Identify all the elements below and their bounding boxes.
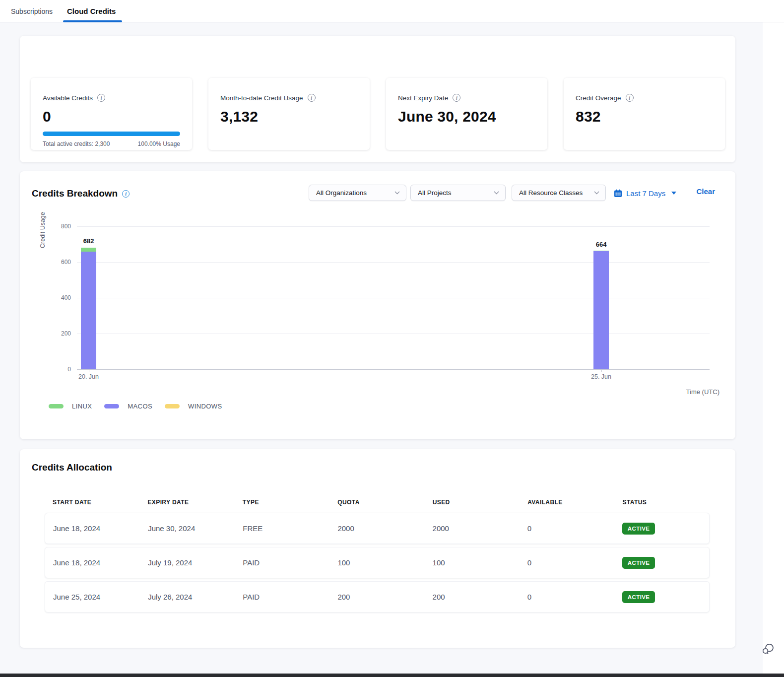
clear-filters-button[interactable]: Clear [696, 187, 715, 196]
credit-overage-card: Credit Overage i 832 [564, 78, 725, 150]
chart-legend: LINUXMACOSWINDOWS [49, 403, 222, 410]
table-row: June 18, 2024June 30, 2024FREE200020000A… [45, 513, 710, 544]
y-axis-tick: 0 [67, 366, 71, 373]
support-chat-button[interactable] [759, 640, 776, 657]
cell-type: PAID [235, 558, 329, 567]
allocation-table-header: START DATEEXPIRY DATETYPEQUOTAUSEDAVAILA… [45, 499, 710, 506]
column-header: STATUS [615, 499, 710, 506]
cell-available: 0 [520, 558, 614, 567]
available-credits-value: 0 [43, 108, 180, 125]
y-axis-tick: 200 [61, 330, 71, 337]
active-tab-underline [63, 20, 122, 22]
available-credits-label: Available Credits [43, 94, 93, 102]
cell-used: 200 [425, 593, 520, 601]
stacked-bar: 682 [81, 247, 96, 369]
legend-label: WINDOWS [188, 403, 222, 410]
column-header: TYPE [235, 499, 329, 506]
info-icon[interactable]: i [308, 94, 316, 102]
chevron-down-icon [594, 191, 599, 195]
status-badge: ACTIVE [622, 591, 655, 603]
cell-used: 100 [425, 558, 520, 567]
resource-classes-dropdown[interactable]: All Resource Classes [512, 185, 606, 201]
chart-y-axis-label: Credit Usage [39, 212, 46, 248]
cell-start: June 18, 2024 [45, 524, 140, 533]
column-header: EXPIRY DATE [139, 499, 234, 506]
chevron-down-icon [394, 191, 400, 195]
x-axis-tick-label: 25. Jun [591, 373, 611, 380]
mtd-usage-value: 3,132 [220, 108, 358, 125]
usage-percent: 100.00% Usage [138, 140, 180, 147]
info-icon[interactable]: i [626, 94, 634, 102]
tab-subscriptions[interactable]: Subscriptions [11, 0, 53, 22]
cell-expiry: July 19, 2024 [140, 558, 235, 567]
bar-total-label: 664 [596, 241, 607, 248]
y-axis-tick: 400 [61, 294, 71, 301]
gridline [77, 298, 710, 298]
legend-label: MACOS [128, 403, 152, 410]
tab-bar: Subscriptions Cloud Credits [0, 0, 784, 22]
legend-item-linux[interactable]: LINUX [49, 403, 92, 410]
breakdown-filters: All Organizations All Projects All Resou… [20, 185, 735, 201]
cell-available: 0 [520, 524, 614, 533]
legend-item-macos[interactable]: MACOS [104, 403, 152, 410]
chart-x-axis-label: Time (UTC) [686, 388, 719, 396]
tab-cloud-credits[interactable]: Cloud Credits [67, 0, 116, 22]
cell-type: FREE [235, 524, 329, 533]
y-axis-tick: 600 [61, 259, 71, 266]
credit-usage-chart: 020040060080068220. Jun66425. Jun [77, 226, 710, 369]
credits-usage-card: Credits & Usage Available Credits i 0 To… [20, 36, 735, 162]
chevron-down-icon [494, 191, 499, 195]
gridline [77, 369, 710, 370]
stacked-bar: 664 [593, 251, 609, 369]
x-axis-tick-label: 20. Jun [78, 373, 99, 380]
projects-dropdown[interactable]: All Projects [410, 185, 506, 201]
credits-breakdown-card: Credits Breakdown i All Organizations Al… [20, 171, 735, 439]
credits-progress-bar [43, 132, 180, 136]
table-row: June 25, 2024July 26, 2024PAID2002000ACT… [45, 581, 710, 612]
bar-segment-macos [593, 251, 609, 369]
cell-start: June 18, 2024 [45, 558, 140, 567]
credit-overage-value: 832 [576, 108, 713, 125]
bottom-window-edge [0, 674, 784, 677]
gridline [77, 334, 710, 334]
column-header: START DATE [45, 499, 139, 506]
date-range-picker[interactable]: Last 7 Days [614, 187, 676, 200]
gridline [77, 226, 710, 227]
info-icon[interactable]: i [97, 94, 105, 102]
cell-expiry: July 26, 2024 [140, 593, 235, 601]
credits-allocation-card: Credits Allocation START DATEEXPIRY DATE… [20, 449, 735, 648]
table-row: June 18, 2024July 19, 2024PAID1001000ACT… [45, 547, 710, 578]
info-icon[interactable]: i [453, 94, 460, 102]
status-badge: ACTIVE [622, 557, 655, 569]
x-axis-tick [89, 369, 89, 372]
calendar-icon [614, 189, 622, 198]
cell-start: June 25, 2024 [45, 593, 140, 601]
date-range-value: Last 7 Days [626, 189, 665, 198]
legend-swatch [49, 404, 64, 408]
chat-bubbles-icon [761, 642, 775, 656]
legend-swatch [165, 404, 180, 408]
cell-quota: 2000 [329, 524, 424, 533]
legend-item-windows[interactable]: WINDOWS [165, 403, 222, 410]
organizations-dropdown[interactable]: All Organizations [309, 185, 406, 201]
legend-swatch [104, 404, 119, 408]
cell-expiry: June 30, 2024 [140, 524, 235, 533]
credit-overage-label: Credit Overage [576, 94, 621, 102]
credits-allocation-title: Credits Allocation [32, 462, 112, 473]
cell-quota: 100 [329, 558, 424, 567]
column-header: USED [425, 499, 520, 506]
cell-used: 2000 [425, 524, 520, 533]
organizations-dropdown-value: All Organizations [316, 189, 367, 197]
bar-segment-linux [81, 248, 96, 252]
mtd-usage-label: Month-to-date Credit Usage [220, 94, 303, 102]
next-expiry-card: Next Expiry Date i June 30, 2024 [386, 78, 547, 150]
cell-type: PAID [235, 593, 329, 601]
column-header: AVAILABLE [520, 499, 614, 506]
bar-segment-macos [81, 252, 96, 369]
mtd-usage-card: Month-to-date Credit Usage i 3,132 [208, 78, 370, 150]
bar-total-label: 682 [83, 237, 94, 245]
legend-label: LINUX [72, 403, 92, 410]
column-header: QUOTA [329, 499, 424, 506]
status-badge: ACTIVE [622, 523, 655, 535]
gridline [77, 262, 710, 263]
